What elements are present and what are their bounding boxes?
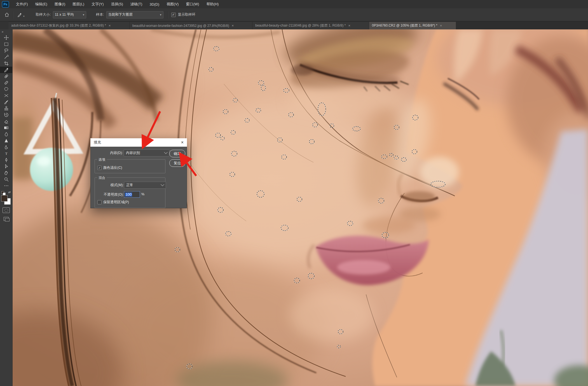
- healing-brush-tool[interactable]: [0, 79, 12, 86]
- options-group: 选项 ✓ 颜色适应(C): [95, 159, 165, 173]
- move-tool[interactable]: [0, 34, 12, 41]
- menu-item-帮助H[interactable]: 帮助(H): [203, 0, 222, 8]
- close-icon[interactable]: ×: [181, 140, 184, 145]
- menu-item-滤镜T[interactable]: 滤镜(T): [127, 0, 146, 8]
- document-tab-1[interactable]: adult-beach-blur-371312-恢复的.jpg @ 33.3% …: [8, 22, 130, 29]
- show-sampling-ring-checkbox[interactable]: ✓: [171, 13, 176, 17]
- spot-healing-brush-tool[interactable]: [0, 73, 12, 79]
- patch-tool[interactable]: [0, 86, 12, 92]
- close-icon[interactable]: ×: [440, 24, 442, 28]
- document-tab-4[interactable]: 0P3A6760.CR2 @ 105% (图层 1, RGB/8*) *×: [369, 22, 456, 29]
- pen-tool[interactable]: [0, 157, 12, 163]
- document-tab-2[interactable]: beautiful-woman-brunette-fashion-2473952…: [130, 22, 252, 29]
- canvas-photo[interactable]: [0, 0, 588, 386]
- quick-mask-button[interactable]: [3, 207, 10, 213]
- gradient-icon: [4, 125, 9, 130]
- show-sampling-ring-label: 显示取样环: [178, 12, 196, 17]
- menu-item-文件F[interactable]: 文件(F): [12, 0, 32, 8]
- menu-item-图层L[interactable]: 图层(L): [69, 0, 88, 8]
- sharpen-tool[interactable]: [0, 137, 12, 144]
- ok-button[interactable]: 确定: [169, 150, 185, 157]
- brush-icon: [4, 99, 9, 105]
- chevron-down-icon: [164, 150, 168, 154]
- swap-colors-icon[interactable]: ⇄: [8, 191, 11, 194]
- gradient-tool[interactable]: [0, 125, 12, 131]
- photoshop-logo-icon: Ps: [2, 1, 9, 8]
- blur-tool[interactable]: [0, 131, 12, 137]
- menu-item-文字Y[interactable]: 文字(Y): [88, 0, 107, 8]
- eraser-icon: [4, 119, 9, 124]
- tabbar-left-spacer: [0, 21, 8, 29]
- eyedropper-icon: [4, 67, 9, 72]
- smudge-tool[interactable]: [0, 144, 12, 150]
- close-icon[interactable]: ×: [109, 24, 111, 28]
- content-aware-move-tool[interactable]: [0, 92, 12, 99]
- menu-item-选择S[interactable]: 选择(S): [107, 0, 126, 8]
- menu-item-3DD[interactable]: 3D(D): [146, 0, 163, 8]
- quick-selection-tool[interactable]: [0, 54, 12, 60]
- tab-title: beautiful-woman-brunette-fashion-2473952…: [132, 24, 229, 28]
- xmove-icon: [4, 93, 9, 98]
- menu-item-编辑E[interactable]: 编辑(E): [32, 0, 51, 8]
- dots-icon: [4, 183, 9, 188]
- chevron-down-icon: ▾: [81, 13, 84, 16]
- marquee-icon: [4, 41, 9, 47]
- edit-toolbar[interactable]: [0, 183, 12, 189]
- blending-group: 混合 模式(M): 正常 不透明度(O): 100 % 保留透明区域(P): [95, 177, 165, 208]
- eyedropper-tool[interactable]: [0, 67, 12, 73]
- preserve-transparency-label: 保留透明区域(P): [103, 200, 129, 205]
- options-group-label: 选项: [97, 157, 107, 162]
- lasso-tool[interactable]: [0, 47, 12, 54]
- sample-size-label: 取样大小:: [36, 12, 51, 17]
- reset-button[interactable]: 复位: [169, 159, 185, 167]
- eraser-tool[interactable]: [0, 118, 12, 125]
- color-swatches: ⇄: [1, 191, 11, 204]
- heal-icon: [4, 80, 9, 85]
- mode-dropdown[interactable]: 正常: [124, 182, 166, 189]
- document-tab-3[interactable]: beautiful-beauty-chair-2118046.jpg @ 28%…: [252, 22, 369, 29]
- sample-size-dropdown[interactable]: 11 x 11 平均 ▾: [53, 11, 86, 18]
- menu-item-视图V[interactable]: 视图(V): [163, 0, 182, 8]
- sample-label: 样本:: [96, 12, 104, 17]
- spotheal-icon: [4, 74, 9, 79]
- close-icon[interactable]: ×: [232, 24, 234, 28]
- menu-item-图像I[interactable]: 图像(I): [51, 0, 69, 8]
- home-icon[interactable]: [3, 11, 10, 18]
- lasso-icon: [4, 48, 9, 53]
- type-tool[interactable]: T: [0, 150, 12, 157]
- move-icon: [4, 35, 9, 40]
- arrow-icon: [4, 164, 9, 169]
- tool-preset-chevron-icon[interactable]: ▾: [23, 15, 25, 18]
- options-bar: ▾ 取样大小: 11 x 11 平均 ▾ 样本: 当前和下方图层 ▾ ✓ 显示取…: [0, 8, 588, 21]
- color-adaptation-checkbox[interactable]: ✓: [97, 166, 102, 170]
- svg-text:T: T: [5, 151, 7, 156]
- content-label: 内容(D):: [96, 151, 123, 155]
- color-adaptation-label: 颜色适应(C): [103, 165, 122, 170]
- eyedropper-icon[interactable]: [16, 11, 23, 18]
- preserve-transparency-checkbox[interactable]: [97, 200, 102, 204]
- rectangular-marquee-tool[interactable]: [0, 41, 12, 47]
- history-icon: [4, 112, 9, 118]
- clone-stamp-tool[interactable]: [0, 105, 12, 112]
- mode-label: 模式(M):: [98, 183, 124, 188]
- document-tab-bar: adult-beach-blur-371312-恢复的.jpg @ 33.3% …: [0, 21, 588, 29]
- fill-dialog-titlebar[interactable]: 填充 ×: [90, 138, 187, 147]
- chevron-down-icon: ▾: [158, 13, 161, 16]
- stamp-icon: [4, 106, 9, 111]
- foreground-color-swatch[interactable]: [1, 195, 8, 202]
- sample-layers-dropdown[interactable]: 当前和下方图层 ▾: [106, 11, 163, 18]
- crop-tool[interactable]: [0, 60, 12, 67]
- opacity-unit: %: [141, 192, 144, 196]
- hand-tool[interactable]: [0, 170, 12, 176]
- screen-mode-button[interactable]: [3, 216, 10, 221]
- opacity-input[interactable]: 100: [124, 191, 140, 198]
- menu-item-窗口W[interactable]: 窗口(W): [182, 0, 203, 8]
- history-brush-tool[interactable]: [0, 112, 12, 118]
- collapse-toolbar-icon[interactable]: »: [2, 30, 3, 34]
- path-selection-tool[interactable]: [0, 163, 12, 170]
- content-dropdown[interactable]: 内容识别: [124, 149, 169, 156]
- brush-tool[interactable]: [0, 99, 12, 105]
- zoom-tool[interactable]: [0, 176, 12, 183]
- pen-icon: [4, 157, 9, 163]
- close-icon[interactable]: ×: [348, 24, 350, 28]
